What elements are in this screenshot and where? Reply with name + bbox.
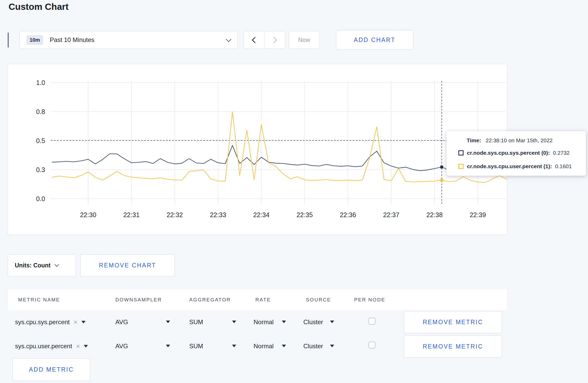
x-axis-tick-label: 22:36 [340, 211, 356, 218]
tooltip-series-value: 0.1601 [555, 163, 572, 169]
series-swatch-user-icon [458, 164, 464, 169]
units-label: Units: Count [15, 262, 51, 269]
chart-card: 0.00.30.50.81.022:3022:3122:3222:3322:34… [8, 64, 507, 235]
caret-down-icon[interactable] [232, 345, 236, 347]
aggregator-select[interactable]: SUM [189, 318, 203, 326]
source-select[interactable]: Cluster [303, 343, 323, 350]
rate-select[interactable]: Normal [254, 318, 274, 326]
chevron-left-icon [252, 37, 258, 43]
time-nav-group [244, 31, 285, 49]
caret-down-icon [81, 321, 86, 323]
x-axis-tick-label: 22:30 [80, 211, 96, 218]
timeseries-chart[interactable]: 0.00.30.50.81.022:3022:3122:3222:3322:34… [8, 64, 507, 235]
downsampler-select[interactable]: AVG [115, 343, 128, 350]
remove-metric-button[interactable]: REMOVE METRIC [404, 311, 502, 333]
tooltip-time-value: 22:38:10 on Mar 15th, 2022 [486, 137, 552, 143]
x-axis-tick-label: 22:34 [253, 211, 270, 218]
series-swatch-sys-icon [458, 150, 464, 155]
rate-select[interactable]: Normal [254, 343, 274, 350]
caret-down-icon[interactable] [166, 321, 170, 323]
series-line-1 [52, 112, 507, 182]
y-axis-tick-label: 0.8 [36, 108, 45, 115]
series-marker-1 [440, 179, 443, 182]
col-header-rate: RATE [255, 297, 271, 303]
add-chart-button[interactable]: ADD CHART [336, 30, 413, 50]
page-title: Custom Chart [9, 2, 68, 12]
chevron-down-icon [54, 263, 59, 267]
remove-metric-x-icon[interactable]: × [76, 343, 80, 350]
chart-tooltip: Time: 22:38:10 on Mar 15th, 2022 cr.node… [446, 131, 586, 176]
caret-down-icon[interactable] [232, 321, 236, 323]
tooltip-series-row: cr.node.sys.cpu.sys.percent (0): 0.2732 [458, 150, 570, 156]
tooltip-series-row: cr.node.sys.cpu.user.percent (1): 0.1601 [458, 163, 572, 169]
caret-down-icon[interactable] [282, 345, 286, 347]
tooltip-series-name: cr.node.sys.cpu.sys.percent (0): [467, 150, 550, 156]
time-back-button[interactable] [244, 31, 264, 48]
col-header-per-node: PER NODE [354, 297, 385, 303]
col-header-metric-name: METRIC NAME [18, 297, 60, 303]
metric-name-select[interactable]: sys.cpu.sys.percent × [15, 318, 86, 326]
add-metric-button[interactable]: ADD METRIC [12, 358, 90, 381]
time-range-badge: 10m [26, 35, 43, 45]
caret-down-icon[interactable] [282, 321, 286, 323]
x-axis-tick-label: 22:37 [383, 211, 400, 218]
metric-name-value: sys.cpu.sys.percent [15, 318, 70, 326]
tooltip-series-name: cr.node.sys.cpu.user.percent (1): [467, 163, 552, 169]
remove-chart-button[interactable]: REMOVE CHART [80, 254, 175, 276]
caret-down-icon[interactable] [330, 345, 334, 347]
time-forward-button[interactable] [264, 31, 285, 48]
units-dropdown[interactable]: Units: Count [8, 254, 76, 276]
time-range-dropdown[interactable]: 10m Past 10 Minutes [19, 31, 237, 49]
now-button[interactable]: Now [289, 31, 319, 49]
tooltip-series-value: 0.2732 [553, 150, 570, 156]
col-header-downsampler: DOWNSAMPLER [115, 297, 162, 303]
metric-name-value: sys.cpu.user.percent [15, 343, 72, 350]
x-axis-tick-label: 22:35 [297, 211, 313, 218]
remove-metric-button[interactable]: REMOVE METRIC [404, 336, 502, 358]
time-range-label: Past 10 Minutes [50, 36, 94, 44]
x-axis-tick-label: 22:32 [167, 211, 183, 218]
downsampler-select[interactable]: AVG [115, 318, 128, 326]
y-axis-tick-label: 0.3 [36, 166, 45, 173]
tooltip-time-label: Time: [467, 137, 481, 143]
metric-name-select[interactable]: sys.cpu.user.percent × [15, 343, 88, 350]
source-select[interactable]: Cluster [303, 318, 323, 326]
y-axis-tick-label: 1.0 [36, 79, 45, 86]
aggregator-select[interactable]: SUM [189, 343, 203, 350]
x-axis-tick-label: 22:39 [470, 211, 486, 218]
chevron-down-icon [226, 36, 231, 42]
remove-metric-x-icon[interactable]: × [74, 319, 78, 325]
col-header-aggregator: AGGREGATOR [189, 297, 231, 303]
y-axis-tick-label: 0.5 [36, 137, 45, 144]
x-axis-tick-label: 22:31 [123, 211, 140, 218]
x-axis-tick-label: 22:33 [210, 211, 226, 218]
per-node-checkbox[interactable] [368, 342, 375, 349]
y-axis-tick-label: 0.0 [36, 195, 45, 202]
col-header-source: SOURCE [306, 297, 331, 303]
series-line-0 [52, 145, 507, 171]
caret-down-icon [84, 345, 88, 347]
per-node-checkbox[interactable] [368, 318, 375, 325]
x-axis-tick-label: 22:38 [426, 211, 443, 218]
tooltip-time-row: Time: 22:38:10 on Mar 15th, 2022 [467, 137, 553, 144]
caret-down-icon[interactable] [330, 321, 334, 323]
chevron-right-icon [271, 37, 277, 43]
series-marker-0 [440, 166, 443, 168]
toolbar-accent-bar [8, 33, 9, 47]
caret-down-icon[interactable] [166, 345, 170, 347]
